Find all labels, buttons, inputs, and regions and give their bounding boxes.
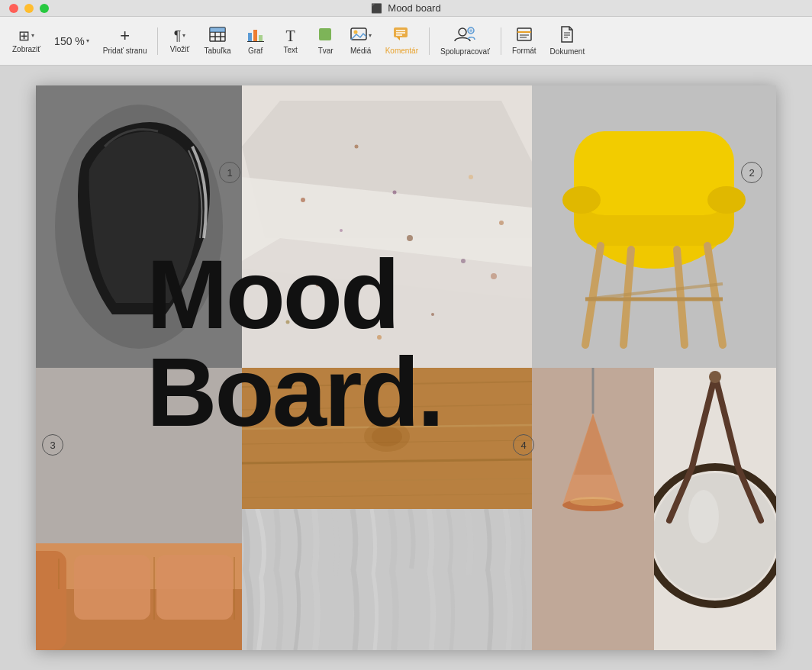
svg-point-37 [407, 235, 413, 241]
collaborate-icon: + [454, 26, 475, 45]
svg-rect-10 [319, 28, 331, 40]
add-page-icon: + [120, 27, 130, 44]
view-label: Zobraziť [12, 45, 40, 53]
insert-arrow-icon: ▾ [182, 32, 185, 39]
format-button[interactable]: Formát [506, 21, 543, 62]
table-icon [209, 27, 226, 44]
document-button[interactable]: Dokument [544, 21, 591, 62]
table-button[interactable]: Tabuľka [198, 21, 237, 62]
media-label: Médiá [350, 47, 371, 55]
separator-1 [157, 27, 158, 55]
shape-icon [317, 27, 334, 44]
app-icon: ⬛ [371, 3, 382, 14]
comment-icon [393, 27, 410, 44]
collaborate-label: Spolupracovať [440, 47, 490, 56]
add-page-label: Pridať stranu [103, 47, 147, 55]
svg-point-12 [353, 31, 357, 34]
zoom-button[interactable]: 150 % ▾ [48, 21, 95, 62]
table-label: Tabuľka [204, 47, 230, 55]
svg-point-47 [340, 229, 343, 232]
svg-point-95 [688, 490, 719, 543]
chart-label: Graf [248, 47, 263, 55]
svg-rect-5 [210, 27, 225, 32]
svg-point-53 [562, 186, 601, 214]
svg-rect-6 [248, 33, 252, 41]
page-badge-4: 4 [513, 434, 534, 456]
svg-rect-67 [156, 555, 233, 620]
view-arrow-icon: ▾ [31, 32, 34, 39]
cell-wood-fur [242, 368, 532, 650]
svg-text:+: + [469, 28, 472, 34]
svg-point-45 [393, 191, 397, 195]
svg-point-43 [286, 321, 290, 324]
svg-point-92 [709, 371, 721, 383]
svg-point-40 [431, 313, 434, 316]
text-icon: T [286, 28, 295, 43]
window-controls[interactable] [9, 4, 49, 13]
text-label: Text [283, 46, 297, 54]
insert-label: Vložiť [170, 45, 189, 53]
cell-black-chair [36, 85, 242, 368]
cell-terrazzo [242, 85, 532, 368]
page-badge-2: 2 [741, 162, 762, 183]
svg-point-94 [654, 473, 776, 598]
media-arrow-icon: ▾ [369, 32, 372, 39]
svg-point-38 [469, 175, 473, 179]
pages-canvas[interactable]: 1 — Terrazzo Floors 2 — Pop Color 3 — Wa… [36, 85, 776, 650]
svg-point-88 [570, 497, 616, 506]
toolbar: ⊞ ▾ Zobraziť 150 % ▾ + Pridať stranu ¶ ▾… [0, 17, 812, 66]
add-page-button[interactable]: + Pridať stranu [97, 21, 153, 62]
comment-button[interactable]: Komentár [379, 21, 424, 62]
svg-rect-8 [259, 35, 263, 41]
collaborate-button[interactable]: + Spolupracovať [434, 21, 496, 62]
maximize-button[interactable] [40, 4, 49, 13]
document-icon [560, 26, 574, 45]
svg-rect-65 [36, 551, 66, 650]
svg-point-46 [461, 259, 466, 263]
shape-button[interactable]: Tvar [309, 21, 343, 62]
svg-point-42 [377, 335, 382, 340]
window-title: ⬛ Mood board [371, 2, 440, 14]
document-label: Dokument [550, 47, 585, 56]
zoom-arrow-icon: ▾ [86, 37, 89, 44]
svg-rect-66 [74, 555, 150, 620]
svg-marker-14 [397, 37, 400, 40]
cell-gray-sofa [36, 368, 242, 650]
separator-3 [501, 27, 501, 55]
svg-point-18 [459, 28, 466, 36]
svg-point-35 [301, 198, 305, 202]
svg-point-44 [499, 221, 504, 225]
titlebar: ⬛ Mood board [0, 0, 812, 17]
text-button[interactable]: T Text [274, 21, 308, 62]
media-icon [350, 27, 367, 44]
cell-yellow-chair [532, 85, 776, 368]
insert-icon: ¶ [174, 29, 182, 43]
zoom-icon: 150 % [54, 36, 85, 47]
separator-2 [429, 27, 430, 55]
format-label: Formát [512, 47, 536, 55]
cell-lamp-mirror: 1 — Terrazzo Floors 2 — Pop Color 3 — Wa… [532, 368, 776, 650]
svg-rect-7 [253, 30, 257, 41]
format-icon [516, 27, 533, 44]
insert-button[interactable]: ¶ ▾ Vložiť [163, 21, 196, 62]
page-badge-3: 3 [42, 434, 63, 456]
view-icon: ⊞ [18, 29, 30, 43]
svg-point-81 [372, 427, 402, 446]
minimize-button[interactable] [24, 4, 34, 13]
svg-point-41 [491, 273, 497, 279]
shape-label: Tvar [318, 47, 334, 55]
chart-icon [247, 27, 264, 44]
svg-point-54 [707, 186, 746, 214]
page-badge-1: 1 [219, 162, 240, 183]
close-button[interactable] [9, 4, 18, 13]
view-button[interactable]: ⊞ ▾ Zobraziť [6, 21, 47, 62]
svg-point-39 [316, 282, 321, 287]
svg-rect-22 [517, 28, 531, 40]
canvas-area: 1 — Terrazzo Floors 2 — Pop Color 3 — Wa… [0, 66, 812, 670]
media-button[interactable]: ▾ Médiá [344, 21, 378, 62]
chart-button[interactable]: Graf [239, 21, 272, 62]
svg-point-36 [355, 145, 359, 149]
title-text: Mood board [388, 2, 440, 14]
mood-grid: 1 — Terrazzo Floors 2 — Pop Color 3 — Wa… [36, 85, 776, 650]
comment-label: Komentár [385, 47, 418, 55]
